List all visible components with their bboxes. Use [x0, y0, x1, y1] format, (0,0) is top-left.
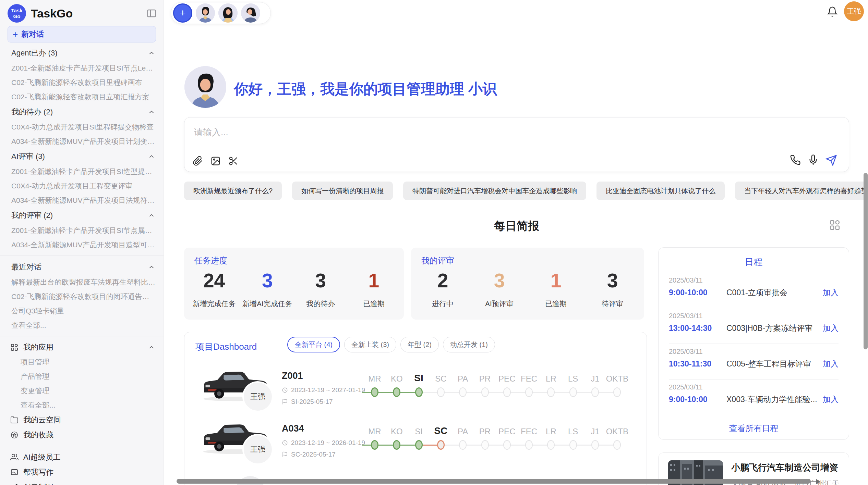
app-link-item[interactable]: 变更管理: [0, 384, 164, 398]
sidebar-task-item[interactable]: Z001-全新燃油轻卡产品开发项目SI节点属性5D文件评审: [0, 223, 164, 238]
sidebar-task-item[interactable]: A034-全新新能源MUV产品开发项目法规符合性评审: [0, 193, 164, 208]
sidebar-tool-item[interactable]: 创意制图: [0, 480, 164, 485]
join-meeting-link[interactable]: 加入: [823, 287, 839, 298]
milestone-dot[interactable]: [481, 440, 489, 450]
milestone-dot[interactable]: [591, 440, 599, 450]
suggestion-chip[interactable]: 如何写一份清晰的项目周报: [292, 182, 393, 200]
milestone-dot[interactable]: [415, 387, 423, 397]
milestone-dot[interactable]: [569, 387, 577, 397]
schedule-item[interactable]: 2025/03/1110:30-11:30C005-整车工程目标评审加入: [669, 348, 839, 369]
user-avatar[interactable]: 王强: [844, 1, 864, 21]
sidebar-task-item[interactable]: C0X4-动力总成开发项目SI里程碑提交物检查: [0, 120, 164, 134]
sidebar-task-item[interactable]: C0X4-动力总成开发项目工程变更评审: [0, 179, 164, 193]
milestone-dot[interactable]: [591, 387, 599, 397]
suggestion-chips: 欧洲新规最近颁布了什么?如何写一份清晰的项目周报特朗普可能对进口汽车增税会对中国…: [184, 182, 868, 200]
suggestion-chip[interactable]: 特朗普可能对进口汽车增税会对中国车企造成哪些影响: [403, 182, 586, 200]
app-link-item[interactable]: 产品管理: [0, 369, 164, 384]
milestone-dot[interactable]: [547, 440, 555, 450]
milestone-dot[interactable]: [371, 387, 378, 397]
chat-input[interactable]: [184, 117, 849, 147]
microphone-icon[interactable]: [808, 154, 819, 166]
milestone-dot[interactable]: [613, 387, 621, 397]
stat-item: 2进行中: [414, 270, 471, 309]
dashboard-tab[interactable]: 全新上装 (3): [344, 337, 396, 352]
milestone-dot[interactable]: [525, 387, 533, 397]
collapse-section-button[interactable]: [148, 212, 155, 219]
phone-call-icon[interactable]: [790, 154, 801, 166]
milestone-dot[interactable]: [481, 387, 489, 397]
dashboard-tab[interactable]: 动总开发 (1): [443, 337, 495, 352]
sidebar-item-my-apps[interactable]: 我的应用: [0, 340, 164, 355]
sidebar-task-item[interactable]: A034-全新新能源MUV产品开发项目计划变更表编写: [0, 134, 164, 149]
schedule-item[interactable]: 2025/03/1113:00-14:30C003|H0B-方案冻结评审加入: [669, 312, 839, 334]
send-icon[interactable]: [825, 154, 837, 166]
milestone-dot[interactable]: [415, 440, 423, 450]
milestone-dot[interactable]: [525, 440, 533, 450]
vertical-scrollbar-thumb[interactable]: [864, 173, 868, 349]
dashboard-tab[interactable]: 年型 (2): [400, 337, 439, 352]
agent-avatar-2[interactable]: [218, 3, 238, 23]
recent-conversation-item[interactable]: 公司Q3轻卡销量: [0, 304, 164, 318]
milestone-dot[interactable]: [437, 440, 445, 450]
new-chat-button[interactable]: + 新对话: [8, 26, 156, 42]
sidebar-task-item[interactable]: C02-飞腾新能源轻客改款项目立项汇报方案: [0, 90, 164, 104]
new-session-button[interactable]: +: [173, 3, 192, 23]
notifications-bell-icon[interactable]: [827, 6, 838, 18]
schedule-item[interactable]: 2025/03/119:00-10:00C001-立项审批会加入: [669, 276, 839, 298]
horizontal-scrollbar-thumb[interactable]: [177, 479, 811, 484]
scissors-icon[interactable]: [228, 156, 239, 166]
project-owner-badge: 王强: [242, 381, 273, 412]
milestone-dot[interactable]: [393, 440, 400, 450]
suggestion-chip[interactable]: 当下年轻人对汽车外观有怎样的喜好趋势: [735, 182, 868, 200]
join-meeting-link[interactable]: 加入: [823, 323, 839, 334]
scroll-down-arrow[interactable]: [831, 467, 837, 472]
milestone-dot[interactable]: [437, 387, 445, 397]
sidebar-tool-item[interactable]: AI超级员工: [0, 450, 164, 465]
sidebar-task-item[interactable]: Z001-全新燃油皮卡产品开发项目SI节点Lesson Learn报告: [0, 61, 164, 75]
project-flag-label: SI-2025-05-17: [291, 398, 333, 406]
schedule-time: 13:00-14:30: [669, 324, 726, 333]
attachment-icon[interactable]: [193, 156, 203, 166]
sidebar-collapse-icon[interactable]: [146, 8, 157, 18]
agent-avatar-3[interactable]: [241, 3, 260, 23]
milestone-dot[interactable]: [371, 440, 378, 450]
milestone-dot[interactable]: [569, 440, 577, 450]
schedule-item[interactable]: 2025/03/119:00-10:00X003-车辆动力学性能验...加入: [669, 383, 839, 405]
milestone-dot[interactable]: [459, 387, 467, 397]
sidebar-task-item[interactable]: C02-飞腾新能源轻客改款项目里程碑画布: [0, 75, 164, 90]
collapse-section-button[interactable]: [148, 108, 155, 116]
agent-avatar-1[interactable]: [196, 3, 215, 23]
recent-conversation-item[interactable]: 解释最新出台的欧盟报废车法规再生塑料比例被调至15%...: [0, 275, 164, 289]
sidebar-tool-item[interactable]: 帮我写作: [0, 465, 164, 480]
apps-view-all-link[interactable]: 查看全部...: [0, 398, 164, 412]
recent-view-all-link[interactable]: 查看全部...: [0, 318, 164, 333]
sidebar-item-cloud-space[interactable]: 我的云空间: [0, 412, 164, 427]
milestone-dot[interactable]: [503, 387, 511, 397]
milestone-dot[interactable]: [503, 440, 511, 450]
milestone-dot[interactable]: [613, 440, 621, 450]
image-icon[interactable]: [210, 156, 221, 166]
sidebar-task-item[interactable]: Z001-全新燃油轻卡产品开发项目SI造型提交物评审: [0, 164, 164, 179]
view-all-schedule-link[interactable]: 查看所有日程: [659, 423, 849, 434]
join-meeting-link[interactable]: 加入: [823, 359, 839, 369]
milestone-dot[interactable]: [459, 440, 467, 450]
sidebar-item-favorites[interactable]: 我的收藏: [0, 427, 164, 443]
sidebar-task-item[interactable]: A034-全新新能源MUV产品开发项目造型可行性评审: [0, 238, 164, 252]
session-pill: +: [171, 2, 271, 24]
suggestion-chip[interactable]: 欧洲新规最近颁布了什么?: [184, 182, 282, 200]
milestone-dot[interactable]: [547, 387, 555, 397]
collapse-section-button[interactable]: [148, 49, 155, 57]
collapse-section-button[interactable]: [148, 263, 155, 271]
milestone-dot[interactable]: [393, 387, 400, 397]
brief-layout-grid-icon[interactable]: [829, 219, 841, 232]
collapse-section-button[interactable]: [148, 153, 155, 160]
app-link-item[interactable]: 项目管理: [0, 355, 164, 369]
recent-conversation-item[interactable]: C02-飞腾新能源轻客改款项目的闭环通告反馈情况: [0, 289, 164, 304]
stat-label: AI预评审: [485, 299, 514, 309]
suggestion-chip[interactable]: 比亚迪全固态电池计划具体说了什么: [596, 182, 725, 200]
stat-value: 3: [494, 270, 505, 291]
dashboard-tab[interactable]: 全新平台 (4): [287, 337, 340, 352]
collapse-section-button[interactable]: [148, 344, 155, 351]
scroll-right-arrow[interactable]: [816, 479, 820, 484]
join-meeting-link[interactable]: 加入: [823, 394, 839, 405]
